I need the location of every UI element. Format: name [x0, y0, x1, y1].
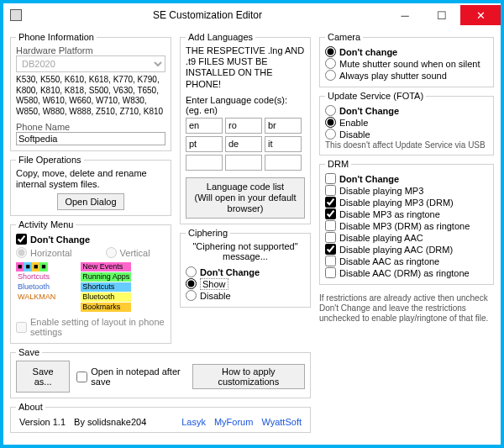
drm-opt-5: Disable playing AAC (DRM) — [325, 244, 488, 255]
open-dialog-button[interactable]: Open Dialog — [57, 193, 123, 210]
platform-label: Hardware Platform — [16, 45, 165, 55]
footer-note: If restrictions are already active then … — [319, 293, 494, 324]
model-list: K530, K550, K610, K618, K770, K790, K800… — [16, 75, 165, 117]
app-window: SE Customization Editor ─ ☐ ✕ Phone Info… — [0, 0, 504, 448]
drm-label-4: Disable playing AAC — [339, 233, 423, 243]
lang-code-4[interactable] — [225, 136, 262, 152]
enable-layout-label: Enable setting of layout in phone settin… — [30, 317, 165, 337]
cipher-legend: Ciphering — [186, 228, 230, 238]
file-ops-desc: Copy, move, delete and rename internal s… — [16, 168, 165, 190]
minimize-button[interactable]: ─ — [386, 5, 423, 25]
languages-legend: Add Languages — [186, 32, 255, 42]
close-button[interactable]: ✕ — [460, 5, 501, 25]
cipher-disable-label: Disable — [200, 291, 231, 301]
language-code-grid — [186, 118, 305, 171]
cipher-disable-radio[interactable] — [186, 290, 197, 301]
drm-check-6[interactable] — [325, 256, 336, 266]
fota-disable-radio[interactable] — [325, 129, 336, 140]
drm-opt-4: Disable playing AAC — [325, 232, 488, 243]
horizontal-preview: ■■■■ Shortcuts Bluetooth WALKMAN — [16, 262, 57, 312]
phone-name-label: Phone Name — [16, 122, 165, 132]
version-label: Version 1.1 — [19, 417, 66, 427]
phone-name-input[interactable] — [16, 132, 165, 145]
horizontal-radio — [16, 247, 27, 258]
drm-opt-6: Disable AAC as ringtone — [325, 256, 488, 266]
camera-group: Camera Don't change Mute shutter sound w… — [319, 32, 494, 87]
fota-enable-radio[interactable] — [325, 117, 336, 128]
author-label: By solidsnake204 — [74, 417, 146, 427]
lang-code-2[interactable] — [265, 118, 302, 134]
save-legend: Save — [16, 347, 42, 357]
lang-code-8[interactable] — [265, 155, 302, 171]
fota-legend: Update Service (FOTA) — [325, 91, 426, 101]
camera-dont-radio[interactable] — [325, 46, 336, 57]
drm-check-2[interactable] — [325, 208, 336, 219]
drm-check-4[interactable] — [325, 232, 336, 243]
activity-group: Activity Menu Don't Change Horizontal Ve… — [10, 219, 171, 344]
drm-dont-check[interactable] — [325, 173, 336, 184]
phone-info-group: Phone Information Hardware Platform DB20… — [10, 32, 171, 151]
lang-code-6[interactable] — [186, 155, 223, 171]
drm-opt-3: Disable MP3 (DRM) as ringtone — [325, 220, 488, 231]
about-legend: About — [16, 402, 45, 412]
cipher-desc: "Ciphering not supported" message... — [186, 241, 305, 261]
drm-opt-1: Disable playing MP3 (DRM) — [325, 197, 488, 208]
fota-note: This doesn't affect Update Service via U… — [325, 140, 488, 150]
open-notepad-label: Open in notepad after save — [91, 366, 185, 387]
lang-code-3[interactable] — [186, 136, 223, 152]
camera-mute-radio[interactable] — [325, 58, 336, 69]
fota-dont-radio[interactable] — [325, 105, 336, 116]
cipher-dont-radio[interactable] — [186, 266, 197, 277]
drm-label-0: Disable playing MP3 — [339, 186, 423, 196]
lang-code-7[interactable] — [225, 155, 262, 171]
platform-select[interactable]: DB2020 — [16, 55, 165, 72]
maximize-button[interactable]: ☐ — [423, 5, 460, 25]
drm-opt-2: Disable MP3 as ringtone — [325, 208, 488, 219]
drm-check-7[interactable] — [325, 267, 336, 278]
drm-dont-label: Don't Change — [339, 174, 399, 184]
horizontal-label: Horizontal — [30, 248, 72, 258]
fota-disable-label: Disable — [339, 129, 370, 140]
languages-note: THE RESPECTIVE .lng AND .t9 FILES MUST B… — [186, 45, 305, 90]
drm-group: DRM Don't Change Disable playing MP3Disa… — [319, 159, 494, 285]
drm-label-3: Disable MP3 (DRM) as ringtone — [339, 221, 470, 231]
drm-opt-0: Disable playing MP3 — [325, 185, 488, 196]
camera-always-radio[interactable] — [325, 70, 336, 81]
camera-dont-label: Don't change — [339, 47, 397, 57]
lang-code-5[interactable] — [265, 136, 302, 152]
fota-group: Update Service (FOTA) Don't Change Enabl… — [319, 91, 494, 155]
fota-enable-label: Enable — [339, 118, 368, 128]
save-as-button[interactable]: Save as... — [16, 361, 70, 393]
phone-info-legend: Phone Information — [16, 32, 97, 42]
drm-check-5[interactable] — [325, 244, 336, 255]
app-icon — [10, 9, 22, 21]
drm-opt-7: Disable AAC (DRM) as ringtone — [325, 267, 488, 278]
languages-enter-label: Enter Language code(s): (eg. en) — [186, 95, 305, 115]
drm-label-5: Disable playing AAC (DRM) — [339, 245, 453, 255]
drm-check-1[interactable] — [325, 197, 336, 208]
file-ops-legend: File Operations — [16, 155, 84, 165]
drm-check-0[interactable] — [325, 185, 336, 196]
cipher-dont-label: Don't Change — [200, 267, 260, 277]
activity-dont-change-label: Don't Change — [30, 235, 90, 245]
lang-code-0[interactable] — [186, 118, 223, 134]
lang-code-1[interactable] — [225, 118, 262, 134]
camera-always-label: Always play shutter sound — [339, 71, 447, 81]
languages-group: Add Languages THE RESPECTIVE .lng AND .t… — [180, 32, 311, 224]
drm-label-2: Disable MP3 as ringtone — [339, 209, 440, 219]
cipher-show-label: Show — [200, 279, 228, 289]
language-list-button[interactable]: Language code list (Will open in your de… — [186, 177, 305, 219]
vertical-label: Vertical — [120, 248, 150, 258]
fota-dont-label: Don't Change — [339, 106, 399, 116]
cipher-show-radio[interactable] — [186, 278, 197, 289]
drm-check-3[interactable] — [325, 220, 336, 231]
drm-label-1: Disable playing MP3 (DRM) — [339, 198, 454, 208]
vertical-preview: New Events Running Apps Shortcuts Blueto… — [81, 262, 131, 312]
activity-dont-change-check[interactable] — [16, 234, 27, 245]
activity-legend: Activity Menu — [16, 219, 76, 229]
window-title: SE Customization Editor — [29, 9, 386, 21]
open-notepad-check[interactable] — [76, 372, 87, 382]
drm-label-6: Disable AAC as ringtone — [339, 256, 439, 266]
vertical-radio — [106, 247, 117, 258]
camera-mute-label: Mute shutter sound when on silent — [339, 59, 480, 69]
